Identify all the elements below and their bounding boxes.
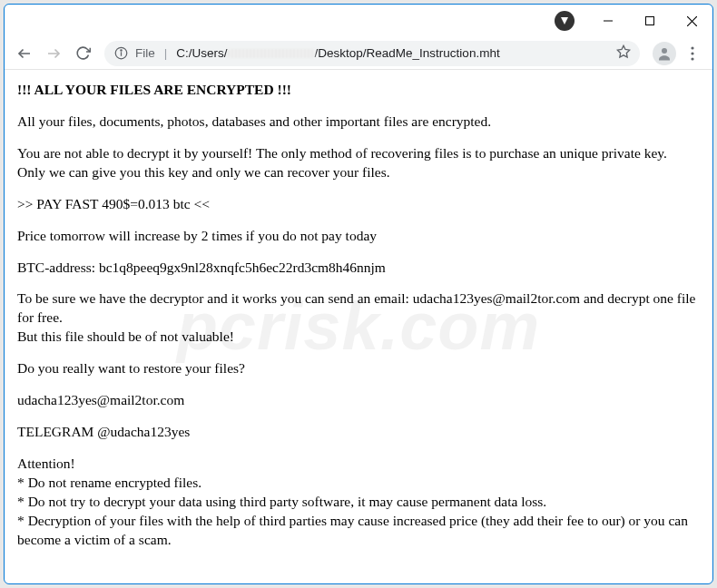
maximize-button[interactable] [629, 7, 671, 34]
profile-avatar[interactable] [653, 42, 676, 65]
svg-rect-6 [646, 17, 654, 25]
ransom-p9: TELEGRAM @udacha123yes [17, 423, 700, 442]
svg-point-15 [662, 48, 667, 54]
overflow-menu-button[interactable] [680, 41, 705, 66]
reload-button[interactable] [70, 41, 95, 66]
address-bar[interactable]: File | C:/Users//Desktop/ReadMe_Instruct… [104, 41, 640, 66]
ransom-p5: BTC-address: bc1q8peeq9gx9nl28xnqfc5h6ec… [17, 259, 700, 278]
titlebar: ReadMe_Instruction.mht [5, 5, 712, 37]
url-path: C:/Users//Desktop/ReadMe_Instruction.mht [176, 46, 499, 60]
ransom-p4: Price tomorrow will increase by 2 times … [17, 227, 700, 246]
browser-window: ReadMe_Instruction.mht [4, 4, 713, 584]
forward-button[interactable] [41, 41, 66, 66]
svg-point-13 [120, 50, 121, 51]
url-separator: | [164, 46, 168, 60]
svg-marker-14 [617, 45, 629, 57]
svg-marker-4 [561, 17, 568, 24]
close-window-button[interactable] [671, 7, 712, 34]
ransom-p10a: Attention! [17, 456, 75, 471]
ransom-p6b: But this file should be of not valuable! [17, 328, 234, 344]
ransom-p7: Do you really want to restore your files… [17, 359, 700, 378]
page-content: pcrisk.com !!! ALL YOUR FILES ARE ENCRYP… [5, 70, 712, 583]
minimize-button[interactable] [587, 7, 629, 34]
site-info-icon[interactable] [113, 46, 128, 61]
svg-point-16 [691, 46, 693, 49]
ransom-p6a: To be sure we have the decryptor and it … [17, 290, 695, 325]
ransom-p2a: You are not able to decrypt it by yourse… [17, 145, 667, 161]
window-controls [555, 5, 712, 37]
svg-point-17 [691, 52, 693, 54]
ransom-p1: All your files, documents, photos, datab… [17, 113, 700, 132]
url-path-prefix: C:/Users/ [176, 46, 227, 60]
media-pill-icon[interactable] [555, 11, 575, 31]
back-button[interactable] [12, 41, 37, 66]
ransom-p3: >> PAY FAST 490$=0.013 btc << [17, 195, 700, 214]
url-scheme-label: File [135, 46, 155, 60]
svg-point-18 [691, 57, 693, 60]
toolbar: File | C:/Users//Desktop/ReadMe_Instruct… [5, 37, 712, 70]
ransom-p2b: Only we can give you this key and only w… [17, 164, 390, 180]
bookmark-star-icon[interactable] [616, 44, 631, 62]
redacted-username [228, 49, 315, 58]
ransom-p10b: * Do not rename encrypted files. [17, 475, 201, 490]
ransom-p10d: * Decryption of your files with the help… [17, 513, 688, 547]
tab-active[interactable]: ReadMe_Instruction.mht [12, 4, 202, 5]
ransom-heading: !!! ALL YOUR FILES ARE ENCRYPTED !!! [17, 82, 291, 97]
ransom-p10c: * Do not try to decrypt your data using … [17, 494, 546, 509]
url-path-suffix: /Desktop/ReadMe_Instruction.mht [315, 46, 500, 60]
ransom-p8: udacha123yes@mail2tor.com [17, 391, 700, 410]
